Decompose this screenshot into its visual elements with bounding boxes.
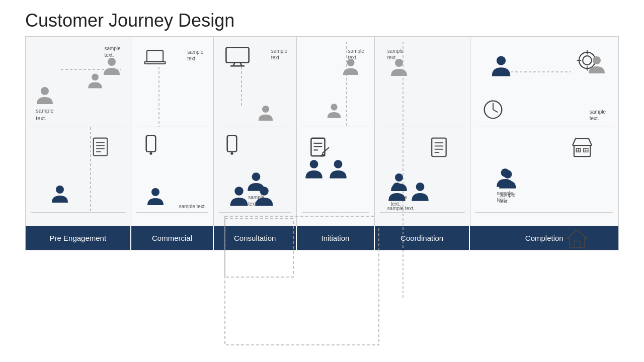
svg-rect-38 (225, 216, 379, 345)
svg-point-30 (331, 104, 337, 110)
person-icon-blue13 (496, 167, 515, 189)
footer-pre-engagement: Pre Engagement (26, 226, 131, 250)
laptop-icon (144, 49, 166, 67)
svg-point-21 (262, 106, 269, 113)
col-commercial: sampletext. (131, 37, 214, 226)
svg-point-39 (310, 160, 318, 168)
home-icon (566, 228, 588, 250)
dashed-connector-v1 (86, 127, 96, 213)
commercial-bot-cell (136, 213, 209, 221)
doc-edit-icon (309, 137, 332, 159)
person-icon-blue2 (146, 186, 165, 207)
completion-top-text: sampletext. (590, 109, 606, 122)
person-icon-blue9 (387, 181, 407, 203)
svg-rect-14 (146, 136, 155, 152)
person-icon-gray3 (87, 72, 103, 90)
svg-point-3 (92, 73, 99, 80)
svg-point-16 (151, 188, 159, 196)
person-icon-blue11 (491, 54, 512, 78)
footer-commercial: Commercial (131, 226, 214, 250)
person-icon-gray2 (36, 85, 54, 106)
svg-point-28 (260, 187, 269, 196)
person-icon-blue4 (229, 185, 249, 208)
person-icon-gray8 (588, 54, 606, 75)
coordination-bot-cell: sample text. (380, 213, 465, 221)
person-icon-blue10 (411, 181, 430, 203)
col-consultation: sampletext. (214, 37, 297, 226)
commercial-top-cell: sampletext. (136, 42, 209, 127)
svg-rect-17 (226, 48, 249, 63)
dashed-box2 (224, 215, 380, 346)
dashed-v-consult (236, 67, 247, 107)
footer-completion-label: Completion (525, 234, 564, 242)
svg-point-50 (416, 183, 424, 191)
pre-top-cell: sampletext. sampletext. (31, 42, 126, 127)
diagram-body: sampletext. sampletext. (26, 37, 618, 226)
pre-bottom-text: sampletext. (36, 107, 53, 122)
dashed-h-comp (511, 67, 571, 77)
svg-point-15 (149, 152, 152, 155)
svg-point-57 (496, 56, 505, 65)
person-icon-blue5 (254, 185, 274, 208)
person-icon-gray4 (258, 104, 274, 123)
pre-top-text1: sampletext. (104, 45, 120, 58)
person-icon-blue1 (51, 184, 69, 205)
coordination-top-cell: sampletext. (380, 42, 465, 127)
dashed-v-commercial (154, 67, 164, 127)
svg-rect-43 (432, 138, 446, 156)
footer-completion: Completion (470, 226, 618, 250)
initiation-top-cell: sampletext. (302, 42, 369, 127)
col-coordination: sampletext. (375, 37, 470, 226)
col-completion: sampletext. (470, 37, 618, 226)
svg-rect-73 (574, 241, 580, 247)
person-icon-blue7 (329, 158, 348, 180)
commercial-top-text: sampletext. (187, 49, 203, 62)
svg-point-49 (392, 183, 401, 191)
consultation-top-cell: sampletext. (219, 42, 291, 127)
svg-line-61 (493, 110, 498, 112)
pre-mid-cell (31, 127, 126, 213)
col-pre-engagement: sampletext. sampletext. (26, 37, 131, 226)
footer-coordination: Coordination (375, 226, 470, 250)
person-icon-blue6 (304, 158, 324, 180)
svg-point-24 (231, 152, 233, 155)
commercial-mid-cell: sample text. (136, 127, 209, 213)
phone-icon1 (144, 135, 158, 157)
svg-rect-12 (144, 62, 165, 64)
initiation-bot-cell (302, 213, 369, 221)
commercial-mid-text: sample text. (179, 203, 206, 210)
col-initiation: sampletext. (297, 37, 375, 226)
store-icon (571, 137, 593, 159)
svg-line-36 (322, 147, 329, 153)
svg-point-74 (501, 168, 509, 177)
phone-icon2 (225, 135, 239, 157)
document-icon2 (430, 137, 450, 160)
svg-marker-72 (568, 230, 587, 247)
dashed-v-init (342, 42, 352, 127)
clock-icon (483, 100, 503, 120)
footer-commercial-label: Commercial (152, 234, 192, 242)
page-title: Customer Journey Design (0, 0, 644, 36)
completion-top-cell: sampletext. (475, 42, 613, 127)
svg-rect-23 (227, 136, 237, 152)
consultation-top-text: sampletext. (271, 48, 287, 61)
svg-point-25 (252, 172, 261, 181)
svg-point-1 (41, 87, 49, 95)
completion-bot-text: sampletext. (497, 190, 513, 203)
svg-point-9 (56, 186, 64, 194)
diagram-container: sampletext. sampletext. (25, 36, 619, 250)
svg-point-40 (334, 160, 343, 168)
completion-bot-cell: sampletext. (475, 213, 613, 221)
svg-point-27 (235, 187, 244, 196)
coord-bot-text: sample text. (387, 205, 415, 212)
svg-point-48 (395, 173, 403, 182)
pre-bot-cell (31, 213, 126, 221)
svg-rect-11 (147, 51, 163, 62)
monitor-icon (224, 47, 251, 67)
person-icon-gray6 (327, 102, 342, 120)
svg-point-58 (593, 56, 601, 64)
footer-pre-label: Pre Engagement (50, 234, 107, 242)
